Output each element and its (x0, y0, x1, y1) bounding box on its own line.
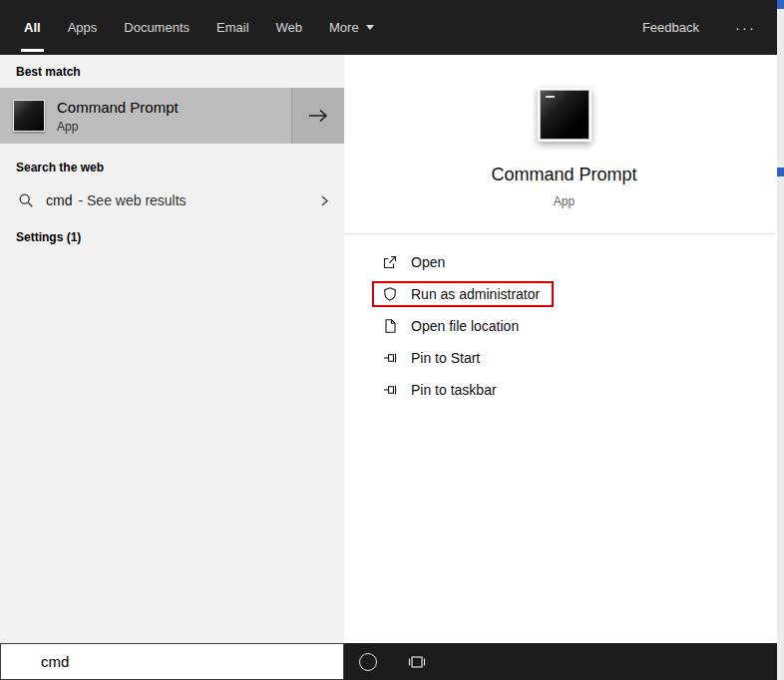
app-detail-panel: Command Prompt App Open Run as administr… (344, 55, 784, 643)
task-view-button[interactable] (407, 654, 427, 670)
action-open[interactable]: Open (372, 246, 784, 278)
web-suffix: - See web results (78, 192, 186, 208)
windows-search-panel: All Apps Documents Email Web More Feedba… (0, 0, 784, 680)
tab-all[interactable]: All (24, 0, 41, 55)
search-results-panel: Best match Command Prompt App Search the… (0, 55, 344, 643)
action-pin-to-taskbar[interactable]: Pin to taskbar (372, 374, 784, 406)
pin-icon (382, 350, 398, 366)
search-icon (18, 192, 34, 208)
best-match-header: Best match (16, 65, 328, 79)
taskbar (344, 643, 784, 680)
tab-email-label: Email (216, 20, 249, 35)
tab-more-label: More (329, 20, 359, 35)
tab-apps[interactable]: Apps (68, 0, 98, 55)
task-view-icon (407, 654, 427, 670)
command-prompt-icon (538, 88, 591, 142)
red-highlight-box: Run as administrator (372, 281, 554, 307)
search-filter-bar: All Apps Documents Email Web More Feedba… (0, 0, 784, 55)
right-arrow-icon (307, 108, 329, 124)
tab-web-label: Web (276, 20, 303, 35)
action-open-file-location[interactable]: Open file location (372, 310, 784, 342)
best-match-item[interactable]: Command Prompt App (0, 88, 344, 144)
web-query: cmd (46, 192, 72, 208)
feedback-button[interactable]: Feedback (642, 20, 699, 35)
divider (344, 233, 784, 234)
app-subtitle: App (554, 194, 575, 208)
chevron-right-icon (318, 194, 330, 207)
tab-all-label: All (24, 20, 41, 35)
shield-icon (382, 286, 398, 302)
best-match-title: Command Prompt (57, 99, 179, 117)
more-options-button[interactable]: ··· (735, 19, 756, 36)
file-location-icon (382, 318, 398, 334)
tab-documents-label: Documents (124, 20, 190, 35)
chevron-down-icon (366, 25, 374, 30)
taskbar-search-box (0, 643, 344, 680)
cortana-icon[interactable] (359, 653, 377, 671)
web-suggestion-item[interactable]: cmd- See web results (0, 183, 344, 217)
tab-documents[interactable]: Documents (124, 0, 190, 55)
app-title: Command Prompt (491, 165, 636, 185)
background-window-accent (777, 0, 784, 9)
tab-apps-label: Apps (68, 20, 98, 35)
best-match-main[interactable]: Command Prompt App (0, 88, 291, 144)
best-match-subtitle: App (57, 120, 179, 134)
taskbar-area (0, 643, 784, 680)
tab-email[interactable]: Email (216, 0, 249, 55)
search-input[interactable] (1, 644, 343, 679)
tab-web[interactable]: Web (276, 0, 303, 55)
topbar-right: Feedback ··· (642, 0, 784, 55)
action-run-as-administrator[interactable]: Run as administrator (372, 278, 784, 310)
tab-more[interactable]: More (329, 0, 374, 55)
pin-icon (382, 382, 398, 398)
open-icon (382, 254, 398, 270)
settings-header: Settings (1) (16, 230, 328, 244)
action-pin-to-start[interactable]: Pin to Start (372, 342, 784, 374)
command-prompt-icon (13, 100, 45, 132)
filter-tabs: All Apps Documents Email Web More (0, 0, 374, 55)
background-window-accent (777, 168, 784, 176)
action-list: Open Run as administrator Open file loca… (344, 246, 784, 406)
expand-arrow-button[interactable] (291, 88, 344, 144)
background-window-edge (777, 0, 784, 680)
search-web-header: Search the web (16, 161, 328, 174)
web-suggestion-text: cmd- See web results (46, 192, 187, 208)
